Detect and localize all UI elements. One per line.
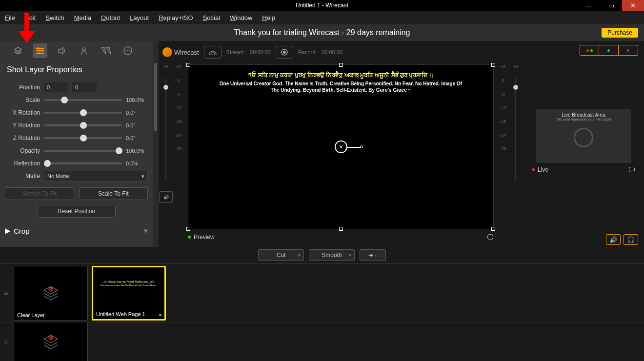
- zrot-value: 0.0°: [126, 135, 148, 141]
- zrot-label: Z Rotation: [5, 135, 40, 141]
- layers-icon: [41, 332, 60, 352]
- stream-button[interactable]: [204, 46, 221, 59]
- light-red-green[interactable]: [580, 45, 599, 56]
- caret-down-icon: ▾: [298, 253, 301, 258]
- matte-label: Matte: [5, 173, 40, 180]
- preview-panel: Wirecast Stream: 00:00:00 Record: 00:00:…: [159, 41, 498, 247]
- stretch-to-fit-button[interactable]: Stretch To Fit: [5, 187, 74, 200]
- transition-bar: Cut▾ Smooth▾ ➔○: [0, 247, 644, 263]
- minimize-button[interactable]: —: [578, 0, 600, 11]
- light-green[interactable]: [599, 45, 619, 56]
- layer-drag-handle[interactable]: ≡: [4, 289, 10, 297]
- scale-value: 100.0%: [126, 97, 148, 103]
- purchase-button[interactable]: Purchase: [602, 28, 638, 38]
- svg-point-5: [125, 50, 126, 51]
- tab-more-icon[interactable]: [121, 43, 135, 58]
- svg-point-10: [283, 51, 286, 54]
- meter-scale-left: +60-6-12-18-24-36: [173, 41, 184, 247]
- stream-time: 00:00:00: [250, 49, 271, 55]
- live-audio-meter: +6: [508, 41, 523, 247]
- live-subtitle: This area represents your live output: [556, 118, 611, 121]
- shot-label: Clear Layer: [17, 312, 45, 318]
- svg-point-8: [212, 54, 213, 55]
- shot-clear-layer-2[interactable]: [14, 322, 88, 361]
- headphones-button[interactable]: 🎧: [624, 234, 638, 245]
- cut-button[interactable]: Cut▾: [258, 249, 304, 261]
- matte-select[interactable]: No Matte▾: [44, 171, 148, 181]
- trial-bar: Thank you for trialing Wirecast - 29 day…: [0, 24, 644, 41]
- status-lights: [580, 45, 638, 56]
- tab-layers-icon[interactable]: [11, 43, 25, 58]
- output-audio-button[interactable]: 🔊: [606, 234, 621, 245]
- reflection-slider[interactable]: [44, 162, 122, 164]
- thumb-preview-text: ੧ਓ ਸਤਿ ਨਾਮੁ ਕਰਤਾ ਪੁਰਖੁ ਨਿਰਭਉ ਨਿਰਵੈਰੁ ਅਕਾ…: [103, 281, 154, 284]
- position-y-input[interactable]: [72, 82, 97, 92]
- yrot-slider[interactable]: [44, 124, 122, 126]
- preview-mute-button[interactable]: 🔊: [159, 191, 173, 203]
- preview-text-english: One Universal Creator God. The Name Is T…: [219, 80, 463, 93]
- svg-point-6: [127, 50, 128, 51]
- shot-label: Untitled Web Page 1: [96, 311, 145, 317]
- live-label: Live: [538, 166, 548, 173]
- menu-social[interactable]: Social: [203, 14, 220, 21]
- svg-point-7: [129, 50, 130, 51]
- tab-filter-icon[interactable]: [99, 43, 113, 58]
- triangle-right-icon: ▶: [5, 226, 11, 235]
- close-button[interactable]: ✕: [622, 0, 644, 11]
- chevron-down-icon: ▾: [144, 226, 148, 235]
- menu-replay[interactable]: Replay+ISO: [159, 14, 193, 21]
- opacity-slider[interactable]: [44, 150, 122, 152]
- maximize-button[interactable]: ▭: [600, 0, 622, 11]
- light-red[interactable]: [619, 45, 638, 56]
- reflection-value: 0.0%: [126, 160, 148, 166]
- reflection-label: Reflection: [5, 160, 40, 167]
- svg-point-2: [38, 52, 40, 54]
- menu-layout[interactable]: Layout: [130, 14, 149, 21]
- panel-scrollbar[interactable]: [153, 41, 159, 247]
- tab-audio-icon[interactable]: [55, 43, 69, 58]
- tab-properties-icon[interactable]: [33, 43, 47, 58]
- reset-position-button[interactable]: Reset Position: [38, 205, 116, 218]
- go-button[interactable]: ➔○: [360, 249, 386, 261]
- zrot-slider[interactable]: [44, 137, 122, 139]
- preview-label: Preview: [194, 234, 215, 241]
- menu-media[interactable]: Media: [74, 14, 91, 21]
- opacity-label: Opacity: [5, 147, 40, 154]
- monitor-icon[interactable]: 🖵: [628, 166, 635, 174]
- menu-switch[interactable]: Switch: [45, 14, 64, 21]
- properties-panel: Shot Layer Properties Position Scale 100…: [0, 41, 159, 247]
- svg-point-0: [37, 47, 39, 49]
- monitor-icon[interactable]: 🖵: [487, 233, 494, 241]
- menu-file[interactable]: File: [5, 14, 15, 21]
- smooth-button[interactable]: Smooth▾: [309, 249, 355, 261]
- thumb-preview-text-2: One Universal Creator God. The Name Is T…: [101, 284, 157, 286]
- live-panel: +60-6-12-18-24-36 +6 Live Broadcast Area…: [498, 41, 644, 247]
- live-title: Live Broadcast Area: [562, 112, 605, 118]
- layer-drag-handle[interactable]: ≡: [4, 338, 10, 346]
- scale-slider[interactable]: [44, 99, 122, 101]
- shot-untitled-web-page[interactable]: ੧ਓ ਸਤਿ ਨਾਮੁ ਕਰਤਾ ਪੁਰਖੁ ਨਿਰਭਉ ਨਿਰਵੈਰੁ ਅਕਾ…: [92, 266, 166, 321]
- menu-window[interactable]: Window: [230, 14, 252, 21]
- tab-chroma-icon[interactable]: [77, 43, 91, 58]
- crop-section-header[interactable]: ▶ Crop ▾: [5, 226, 148, 235]
- record-button[interactable]: [276, 46, 293, 59]
- scale-to-fit-button[interactable]: Scale To Fit: [79, 187, 148, 200]
- transform-pivot[interactable]: ✕: [335, 140, 347, 153]
- chevron-down-icon: ▾: [141, 173, 144, 180]
- layer-row-1: ≡ Clear Layer ੧ਓ ਸਤਿ ਨਾਮੁ ਕਰਤਾ ਪੁਰਖੁ ਨਿਰ…: [0, 263, 644, 322]
- panel-title: Shot Layer Properties: [7, 65, 148, 74]
- menu-output[interactable]: Output: [101, 14, 120, 21]
- menu-help[interactable]: Help: [262, 14, 275, 21]
- record-time: 00:00:00: [322, 49, 342, 55]
- xrot-slider[interactable]: [44, 112, 122, 114]
- shot-clear-layer[interactable]: Clear Layer: [14, 266, 88, 321]
- live-canvas: Live Broadcast Area This area represents…: [536, 109, 631, 163]
- scale-label: Scale: [5, 97, 40, 103]
- live-status-dot: [532, 168, 535, 171]
- yrot-value: 0.0°: [126, 122, 148, 128]
- position-x-input[interactable]: [44, 82, 68, 92]
- svg-point-1: [41, 50, 43, 52]
- tutorial-arrow: [19, 13, 35, 43]
- preview-canvas[interactable]: ੧ਓ ਸਤਿ ਨਾਮੁ ਕਰਤਾ ਪੁਰਖੁ ਨਿਰਭਉ ਨਿਰਵੈਰੁ ਅਕਾ…: [188, 64, 494, 229]
- shot-active-dot: [159, 314, 161, 316]
